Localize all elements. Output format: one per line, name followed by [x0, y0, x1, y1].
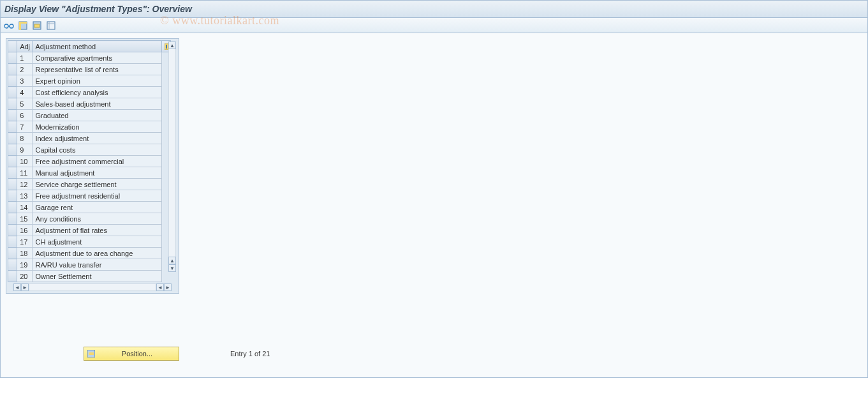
table-row: 10Free adjustment commercial — [8, 156, 171, 167]
row-selector[interactable] — [8, 156, 17, 167]
cell-method[interactable]: Expert opinion — [33, 75, 161, 87]
svg-rect-7 — [47, 22, 55, 29]
row-selector[interactable] — [8, 144, 17, 156]
row-selector[interactable] — [8, 271, 17, 282]
cell-method[interactable]: Representative list of rents — [33, 64, 161, 75]
glasses-icon — [4, 22, 14, 29]
cell-adj[interactable]: 8 — [17, 133, 33, 144]
cell-adj[interactable]: 14 — [17, 202, 33, 213]
svg-rect-11 — [166, 45, 167, 49]
row-selector[interactable] — [8, 110, 17, 121]
row-selector[interactable] — [8, 167, 17, 179]
vertical-scrollbar[interactable]: ▲ ▲ ▼ — [168, 41, 176, 272]
header-adj[interactable]: Adj — [17, 41, 33, 52]
cell-method[interactable]: Index adjustment — [33, 133, 161, 144]
h-scroll-track[interactable] — [29, 283, 156, 291]
header-selector[interactable] — [8, 41, 17, 52]
cell-method[interactable]: Cost efficiency analysis — [33, 87, 161, 98]
deselect-all-icon — [47, 21, 55, 30]
row-selector[interactable] — [8, 179, 17, 190]
row-selector[interactable] — [8, 52, 17, 64]
row-selector[interactable] — [8, 202, 17, 213]
row-selector[interactable] — [8, 64, 17, 75]
header-method[interactable]: Adjustment method — [33, 41, 161, 52]
scroll-left-button[interactable]: ◄ — [13, 283, 21, 291]
cell-adj[interactable]: 1 — [17, 52, 33, 64]
window-title: Display View "Adjustment Types": Overvie… — [4, 4, 192, 14]
cell-adj[interactable]: 10 — [17, 156, 33, 167]
cell-method[interactable]: RA/RU value transfer — [33, 259, 161, 271]
cell-adj[interactable]: 3 — [17, 75, 33, 87]
scroll-up-button[interactable]: ▲ — [168, 41, 176, 49]
row-selector[interactable] — [8, 236, 17, 248]
position-button[interactable]: Position... — [84, 347, 179, 361]
deselect-all-button[interactable] — [45, 20, 57, 31]
select-all-icon — [18, 21, 27, 30]
details-button[interactable] — [3, 20, 15, 31]
select-all-button[interactable] — [17, 20, 29, 31]
cell-adj[interactable]: 18 — [17, 248, 33, 259]
scroll-left-inner-button[interactable]: ◄ — [156, 283, 164, 291]
cell-method[interactable]: Any conditions — [33, 213, 161, 225]
cell-adj[interactable]: 20 — [17, 271, 33, 282]
table-row: 5Sales-based adjustment — [8, 98, 171, 110]
table-row: 14Garage rent — [8, 202, 171, 213]
row-selector[interactable] — [8, 75, 17, 87]
cell-method[interactable]: Owner Settlement — [33, 271, 161, 282]
cell-method[interactable]: Modernization — [33, 121, 161, 133]
cell-adj[interactable]: 15 — [17, 213, 33, 225]
horizontal-scrollbar[interactable]: ◄ ► ◄ ► — [8, 283, 177, 292]
table-row: 1Comparative apartments — [8, 52, 171, 64]
select-block-button[interactable] — [31, 20, 43, 31]
cell-adj[interactable]: 9 — [17, 144, 33, 156]
scroll-up2-button[interactable]: ▲ — [168, 257, 176, 264]
row-selector[interactable] — [8, 87, 17, 98]
cell-method[interactable]: Free adjustment residential — [33, 190, 161, 202]
cell-adj[interactable]: 6 — [17, 110, 33, 121]
cell-method[interactable]: CH adjustment — [33, 236, 161, 248]
footer-area: Position... Entry 1 of 21 — [84, 347, 270, 361]
row-selector[interactable] — [8, 248, 17, 259]
cell-adj[interactable]: 19 — [17, 259, 33, 271]
row-selector[interactable] — [8, 98, 17, 110]
cell-adj[interactable]: 11 — [17, 167, 33, 179]
grid-container: Adj Adjustment method 1Comparative apart… — [8, 40, 177, 282]
cell-adj[interactable]: 2 — [17, 64, 33, 75]
cell-method[interactable]: Free adjustment commercial — [33, 156, 161, 167]
cell-method[interactable]: Graduated — [33, 110, 161, 121]
scroll-down-button[interactable]: ▼ — [168, 264, 176, 272]
table-row: 15Any conditions — [8, 213, 171, 225]
row-selector[interactable] — [8, 225, 17, 236]
scroll-right-inner-button[interactable]: ► — [21, 283, 29, 291]
scroll-right-button[interactable]: ► — [164, 283, 172, 291]
cell-method[interactable]: Manual adjustment — [33, 167, 161, 179]
row-selector[interactable] — [8, 190, 17, 202]
cell-method[interactable]: Garage rent — [33, 202, 161, 213]
cell-adj[interactable]: 17 — [17, 236, 33, 248]
adjustment-types-table: Adj Adjustment method 1Comparative apart… — [8, 40, 171, 282]
table-container: Adj Adjustment method 1Comparative apart… — [6, 38, 179, 294]
table-row: 17CH adjustment — [8, 236, 171, 248]
table-row: 3Expert opinion — [8, 75, 171, 87]
cell-adj[interactable]: 13 — [17, 190, 33, 202]
cell-method[interactable]: Adjustment due to area change — [33, 248, 161, 259]
cell-adj[interactable]: 16 — [17, 225, 33, 236]
scroll-track[interactable] — [168, 49, 176, 257]
table-row: 2Representative list of rents — [8, 64, 171, 75]
cell-adj[interactable]: 4 — [17, 87, 33, 98]
cell-method[interactable]: Sales-based adjustment — [33, 98, 161, 110]
cell-method[interactable]: Adjustment of flat rates — [33, 225, 161, 236]
cell-adj[interactable]: 5 — [17, 98, 33, 110]
row-selector[interactable] — [8, 121, 17, 133]
table-row: 4Cost efficiency analysis — [8, 87, 171, 98]
cell-adj[interactable]: 7 — [17, 121, 33, 133]
table-row: 18Adjustment due to area change — [8, 248, 171, 259]
cell-adj[interactable]: 12 — [17, 179, 33, 190]
row-selector[interactable] — [8, 133, 17, 144]
row-selector[interactable] — [8, 259, 17, 271]
cell-method[interactable]: Capital costs — [33, 144, 161, 156]
cell-method[interactable]: Comparative apartments — [33, 52, 161, 64]
position-label: Position... — [122, 350, 152, 358]
row-selector[interactable] — [8, 213, 17, 225]
cell-method[interactable]: Service charge settlement — [33, 179, 161, 190]
